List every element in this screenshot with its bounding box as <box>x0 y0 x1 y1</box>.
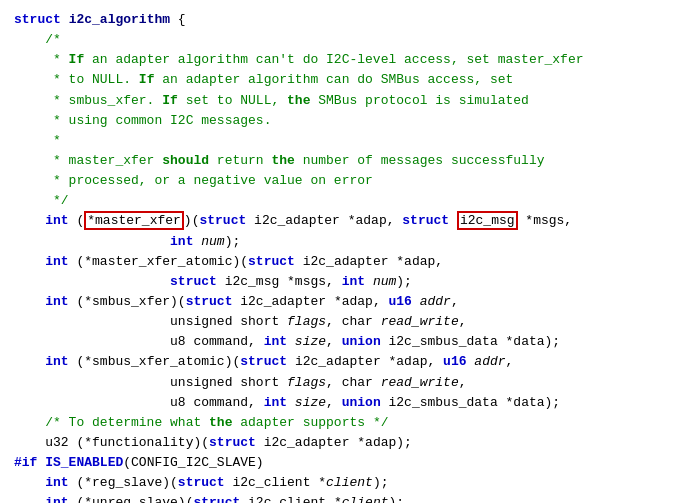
code-line: unsigned short flags, char read_write, <box>14 373 663 393</box>
code-line: * If an adapter algorithm can't do I2C-l… <box>14 50 663 70</box>
code-line: int (*master_xfer_atomic)(struct i2c_ada… <box>14 252 663 272</box>
code-line: * master_xfer should return the number o… <box>14 151 663 171</box>
code-line: int (*master_xfer)(struct i2c_adapter *a… <box>14 211 663 231</box>
code-line: * smbus_xfer. If set to NULL, the SMBus … <box>14 91 663 111</box>
code-line: int num); <box>14 232 663 252</box>
code-line: * processed, or a negative value on erro… <box>14 171 663 191</box>
code-line: * to NULL. If an adapter algorithm can d… <box>14 70 663 90</box>
code-line: */ <box>14 191 663 211</box>
code-line: /* <box>14 30 663 50</box>
code-line: u32 (*functionality)(struct i2c_adapter … <box>14 433 663 453</box>
code-lines: struct i2c_algorithm { /* * If an adapte… <box>14 10 663 503</box>
code-line: #if IS_ENABLED(CONFIG_I2C_SLAVE) <box>14 453 663 473</box>
code-block: struct i2c_algorithm { /* * If an adapte… <box>0 0 677 503</box>
code-line: * <box>14 131 663 151</box>
code-line: int (*smbus_xfer_atomic)(struct i2c_adap… <box>14 352 663 372</box>
code-line: int (*reg_slave)(struct i2c_client *clie… <box>14 473 663 493</box>
code-line: struct i2c_algorithm { <box>14 10 663 30</box>
code-line: unsigned short flags, char read_write, <box>14 312 663 332</box>
code-line: /* To determine what the adapter support… <box>14 413 663 433</box>
code-line: int (*smbus_xfer)(struct i2c_adapter *ad… <box>14 292 663 312</box>
code-line: u8 command, int size, union i2c_smbus_da… <box>14 332 663 352</box>
code-line: int (*unreg_slave)(struct i2c_client *cl… <box>14 493 663 503</box>
code-line: struct i2c_msg *msgs, int num); <box>14 272 663 292</box>
code-line: u8 command, int size, union i2c_smbus_da… <box>14 393 663 413</box>
code-line: * using common I2C messages. <box>14 111 663 131</box>
